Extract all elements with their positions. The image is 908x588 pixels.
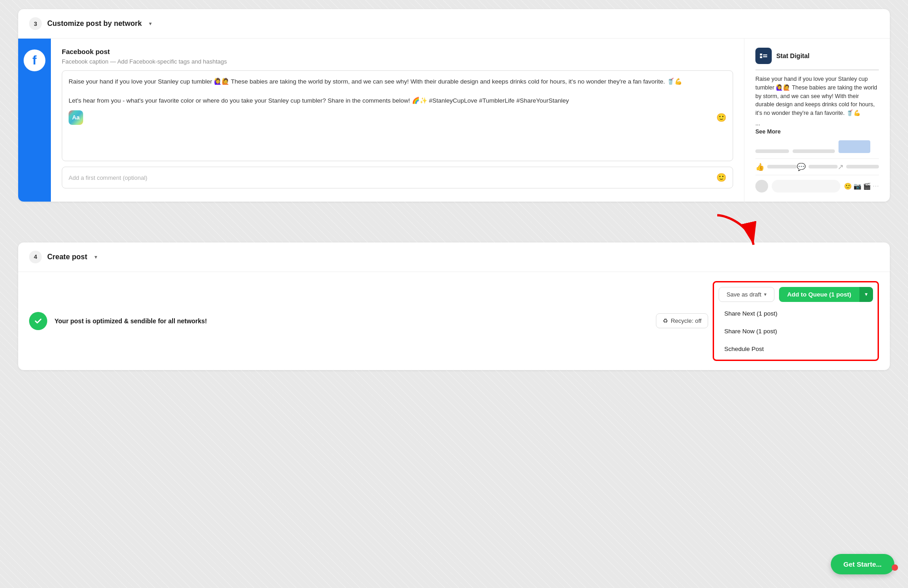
recycle-icon: ♻ bbox=[663, 317, 668, 324]
preview-text: Raise your hand if you love your Stanley… bbox=[755, 75, 879, 118]
editor-toolbar: Aa 🙂 bbox=[69, 110, 726, 125]
section-4-chevron-icon: ▾ bbox=[94, 254, 97, 260]
share-next-option[interactable]: Share Next (1 post) bbox=[716, 305, 876, 322]
comment-action: 💬 bbox=[797, 163, 838, 171]
add-to-queue-button[interactable]: Add to Queue (1 post) bbox=[779, 287, 859, 302]
red-arrow-svg bbox=[708, 211, 763, 252]
queue-dropdown-menu: Share Next (1 post) Share Now (1 post) S… bbox=[716, 305, 876, 358]
preview-comment-row: 🙂 📷 🎬 ⋯ bbox=[755, 180, 879, 193]
preview-comment-icons: 🙂 📷 🎬 ⋯ bbox=[844, 183, 879, 190]
get-started-label: Get Starte... bbox=[843, 560, 882, 568]
action-buttons-row: Save as draft ▾ Add to Queue (1 post) ▾ bbox=[716, 284, 876, 305]
like-line bbox=[767, 165, 797, 168]
section-3-card: 3 Customize post by network ▾ f Facebook… bbox=[18, 9, 890, 202]
facebook-icon: f bbox=[24, 49, 45, 71]
section-4-number: 4 bbox=[29, 251, 42, 263]
post-content-area: Facebook post Facebook caption — Add Fac… bbox=[51, 39, 744, 202]
share-action: ↗ bbox=[838, 163, 879, 171]
arrow-annotation bbox=[18, 211, 890, 252]
share-icon: ↗ bbox=[838, 163, 843, 171]
section-4-title: Create post bbox=[47, 253, 87, 261]
ph-line-2 bbox=[793, 149, 835, 153]
optimized-icon bbox=[29, 312, 47, 330]
preview-header: Stat Digital bbox=[755, 48, 879, 64]
save-as-draft-button[interactable]: Save as draft ▾ bbox=[719, 287, 774, 302]
section-3-chevron-icon: ▾ bbox=[149, 20, 152, 27]
like-action: 👍 bbox=[755, 163, 797, 171]
emoji-picker-icon[interactable]: 🙂 bbox=[716, 113, 726, 123]
network-sidebar-facebook: f bbox=[18, 39, 51, 202]
share-line bbox=[846, 165, 879, 168]
add-to-queue-dropdown-button[interactable]: ▾ bbox=[859, 287, 873, 302]
red-border-highlight: Save as draft ▾ Add to Queue (1 post) ▾ … bbox=[713, 281, 879, 361]
preview-brand-logo bbox=[755, 48, 772, 64]
preview-actions: 👍 💬 ↗ bbox=[755, 158, 879, 175]
text-editor[interactable]: Raise your hand if you love your Stanley… bbox=[62, 70, 733, 161]
create-post-actions: ♻ Recycle: off Save as draft ▾ Add to Qu… bbox=[656, 281, 879, 361]
post-label: Facebook post bbox=[62, 48, 733, 55]
like-icon: 👍 bbox=[755, 163, 764, 171]
font-style-icon[interactable]: Aa bbox=[69, 110, 83, 125]
recycle-label: Recycle: off bbox=[671, 317, 702, 324]
preview-ellipsis: ... bbox=[755, 120, 879, 127]
preview-comment-bar bbox=[772, 180, 840, 193]
share-now-option[interactable]: Share Now (1 post) bbox=[716, 322, 876, 340]
ph-line-1 bbox=[755, 149, 789, 153]
recycle-button[interactable]: ♻ Recycle: off bbox=[656, 313, 709, 328]
preview-panel: Stat Digital Raise your hand if you love… bbox=[744, 39, 890, 202]
preview-brand-name: Stat Digital bbox=[776, 52, 809, 59]
get-started-button[interactable]: Get Starte... bbox=[831, 554, 894, 574]
photo-icon: 📷 bbox=[853, 183, 861, 190]
preview-avatar bbox=[755, 180, 768, 193]
comment-icon: 💬 bbox=[797, 163, 806, 171]
schedule-post-option[interactable]: Schedule Post bbox=[716, 340, 876, 358]
save-draft-chevron-icon: ▾ bbox=[764, 292, 767, 297]
notification-dot bbox=[892, 564, 898, 571]
gif-icon: 🎬 bbox=[863, 183, 871, 190]
first-comment-input[interactable]: Add a first comment (optional) 🙂 bbox=[62, 167, 733, 188]
add-to-queue-group: Add to Queue (1 post) ▾ bbox=[779, 287, 873, 302]
preview-divider bbox=[755, 69, 879, 70]
section-3-number: 3 bbox=[29, 17, 42, 30]
save-draft-label: Save as draft bbox=[726, 291, 761, 298]
preview-see-more[interactable]: See More bbox=[755, 128, 879, 135]
ph-btn bbox=[839, 140, 870, 153]
sticker-icon: 🙂 bbox=[844, 183, 852, 190]
create-post-body: Your post is optimized & sendible for al… bbox=[18, 272, 890, 370]
comment-placeholder: Add a first comment (optional) bbox=[69, 174, 147, 181]
comment-emoji-icon[interactable]: 🙂 bbox=[716, 173, 726, 183]
customize-body: f Facebook post Facebook caption — Add F… bbox=[18, 39, 890, 202]
caption-hint: Facebook caption — Add Facebook-specific… bbox=[62, 58, 733, 65]
more-icon: ⋯ bbox=[873, 183, 879, 190]
optimized-text: Your post is optimized & sendible for al… bbox=[55, 317, 649, 325]
section-4-card: 4 Create post ▾ Your post is optimized &… bbox=[18, 242, 890, 370]
comment-line bbox=[809, 165, 838, 168]
section-3-header[interactable]: 3 Customize post by network ▾ bbox=[18, 9, 890, 39]
section-3-title: Customize post by network bbox=[47, 20, 142, 28]
preview-image-placeholder bbox=[755, 140, 879, 153]
post-text-content: Raise your hand if you love your Stanley… bbox=[69, 77, 726, 106]
